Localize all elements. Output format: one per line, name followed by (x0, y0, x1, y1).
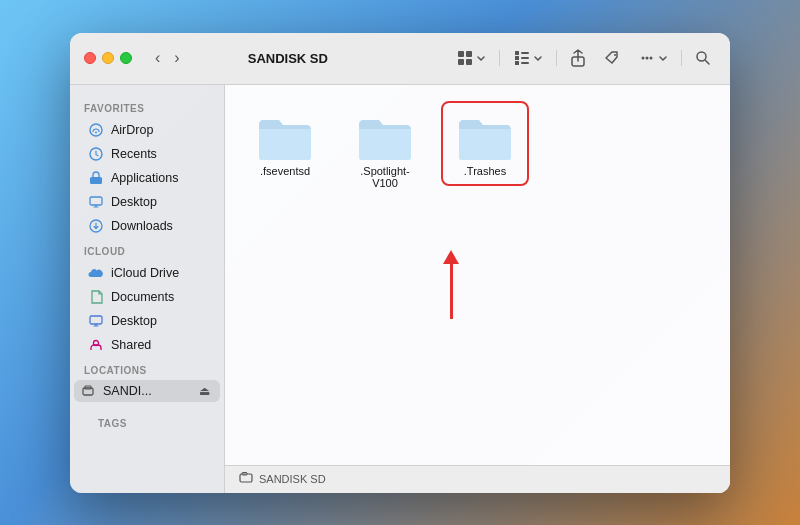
minimize-button[interactable] (102, 52, 114, 64)
shared-icon (88, 337, 104, 353)
icloud-drive-label: iCloud Drive (111, 266, 179, 280)
svg-rect-5 (515, 56, 519, 60)
svg-point-17 (95, 131, 97, 133)
sidebar-item-icloud-drive[interactable]: iCloud Drive (74, 261, 220, 285)
toolbar-divider3 (681, 50, 682, 66)
toolbar-right (451, 46, 716, 70)
svg-rect-20 (90, 197, 102, 205)
folder-fseventsd-icon (256, 110, 314, 160)
svg-point-14 (650, 57, 653, 60)
icloud-section-label: iCloud (70, 238, 224, 261)
tags-section-label: Tags (84, 410, 210, 433)
maximize-button[interactable] (120, 52, 132, 64)
svg-point-12 (642, 57, 645, 60)
tag-button[interactable] (599, 47, 625, 69)
search-button[interactable] (690, 47, 716, 69)
downloads-icon (88, 218, 104, 234)
folder-trashes[interactable]: .Trashes (445, 105, 525, 182)
sandisk-label: SANDI... (103, 384, 152, 398)
airdrop-icon (88, 122, 104, 138)
sidebar-item-sandisk[interactable]: SANDI... ⏏ (74, 380, 220, 402)
icloud-drive-icon (88, 265, 104, 281)
statusbar-label: SANDISK SD (259, 473, 326, 485)
folder-trashes-label: .Trashes (464, 165, 506, 177)
statusbar: SANDISK SD (225, 465, 730, 493)
svg-point-13 (646, 57, 649, 60)
sidebar-item-documents[interactable]: Documents (74, 285, 220, 309)
sidebar-item-recents[interactable]: Recents (74, 142, 220, 166)
applications-icon (88, 170, 104, 186)
sidebar-item-icloud-desktop[interactable]: Desktop (74, 309, 220, 333)
main-content: Favorites AirDrop (70, 85, 730, 493)
svg-rect-0 (458, 51, 464, 57)
desktop-label: Desktop (111, 195, 157, 209)
locations-section-label: Locations (70, 357, 224, 380)
svg-rect-6 (515, 61, 519, 65)
sidebar-item-desktop[interactable]: Desktop (74, 190, 220, 214)
folder-row: .fseventsd .Spotlight-V100 (245, 105, 710, 194)
svg-rect-3 (466, 59, 472, 65)
tags-section: Tags (70, 402, 224, 437)
toolbar-divider (499, 50, 500, 66)
svg-rect-22 (90, 316, 102, 324)
svg-rect-1 (466, 51, 472, 57)
folder-spotlight-label: .Spotlight-V100 (350, 165, 420, 189)
share-button[interactable] (565, 46, 591, 70)
titlebar: ‹ › SANDISK SD (70, 33, 730, 85)
window-title: SANDISK SD (135, 51, 441, 66)
view-icon-grid[interactable] (451, 46, 491, 70)
icloud-desktop-icon (88, 313, 104, 329)
svg-rect-19 (90, 177, 102, 184)
folder-spotlight-icon (356, 110, 414, 160)
recents-icon (88, 146, 104, 162)
sidebar-item-applications[interactable]: Applications (74, 166, 220, 190)
folder-spotlight[interactable]: .Spotlight-V100 (345, 105, 425, 194)
sidebar-item-airdrop[interactable]: AirDrop (74, 118, 220, 142)
sidebar-item-shared[interactable]: Shared (74, 333, 220, 357)
svg-point-16 (90, 124, 102, 136)
statusbar-drive-icon (239, 471, 253, 488)
folder-fseventsd[interactable]: .fseventsd (245, 105, 325, 182)
shared-label: Shared (111, 338, 151, 352)
toolbar-divider2 (556, 50, 557, 66)
more-button[interactable] (633, 46, 673, 70)
documents-label: Documents (111, 290, 174, 304)
favorites-section-label: Favorites (70, 95, 224, 118)
svg-rect-4 (515, 51, 519, 55)
applications-label: Applications (111, 171, 178, 185)
traffic-lights (84, 52, 132, 64)
content-area: .fseventsd .Spotlight-V100 (225, 85, 730, 493)
desktop-icon (88, 194, 104, 210)
airdrop-label: AirDrop (111, 123, 153, 137)
icloud-desktop-label: Desktop (111, 314, 157, 328)
folder-trashes-icon (456, 110, 514, 160)
svg-point-15 (697, 52, 706, 61)
arrow-shaft (450, 264, 453, 319)
close-button[interactable] (84, 52, 96, 64)
svg-point-11 (614, 54, 616, 56)
recents-label: Recents (111, 147, 157, 161)
documents-icon (88, 289, 104, 305)
sidebar: Favorites AirDrop (70, 85, 225, 493)
svg-rect-8 (521, 57, 529, 59)
svg-rect-9 (521, 62, 529, 64)
view-list-button[interactable] (508, 46, 548, 70)
downloads-label: Downloads (111, 219, 173, 233)
finder-window: ‹ › SANDISK SD (70, 33, 730, 493)
svg-rect-7 (521, 52, 529, 54)
folder-fseventsd-label: .fseventsd (260, 165, 310, 177)
eject-button[interactable]: ⏏ (199, 384, 210, 398)
file-grid: .fseventsd .Spotlight-V100 (225, 85, 730, 465)
sandisk-icon (80, 383, 96, 399)
arrow-head (443, 250, 459, 264)
svg-rect-2 (458, 59, 464, 65)
sidebar-item-downloads[interactable]: Downloads (74, 214, 220, 238)
annotation-arrow (443, 250, 459, 319)
